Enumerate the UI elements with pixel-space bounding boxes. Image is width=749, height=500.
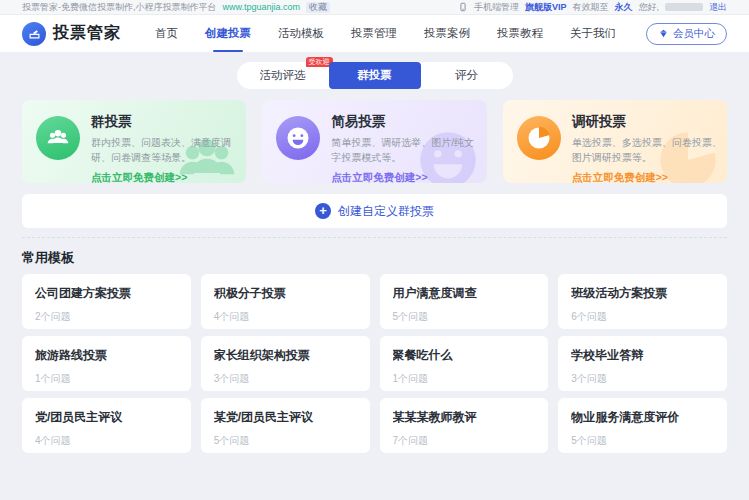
- plus-icon: +: [315, 203, 331, 219]
- templates-grid: 公司团建方案投票 2个问题 积极分子投票 4个问题 用户满意度调查 5个问题 班…: [0, 274, 749, 453]
- smiley-icon: [276, 116, 320, 160]
- template-question-count: 1个问题: [35, 372, 178, 386]
- member-center-button[interactable]: 会员中心: [646, 23, 727, 45]
- tab-activity-selection[interactable]: 活动评选 受欢迎: [237, 62, 329, 89]
- group-people-icon: [36, 116, 80, 160]
- logout-link[interactable]: 退出: [709, 1, 727, 14]
- template-card[interactable]: 某党/团员民主评议 5个问题: [201, 398, 370, 453]
- template-title: 党/团员民主评议: [35, 409, 178, 426]
- template-title: 用户满意度调查: [393, 285, 536, 302]
- template-card[interactable]: 用户满意度调查 5个问题: [380, 274, 549, 329]
- promo-create-link[interactable]: 点击立即免费创建>>: [331, 171, 483, 183]
- promo-title: 简易投票: [331, 113, 483, 131]
- template-title: 积极分子投票: [214, 285, 357, 302]
- template-title: 旅游路线投票: [35, 347, 178, 364]
- tab-rating-label: 评分: [455, 69, 478, 81]
- template-title: 聚餐吃什么: [393, 347, 536, 364]
- template-title: 某党/团员民主评议: [214, 409, 357, 426]
- nav-item-cases[interactable]: 投票案例: [424, 26, 470, 41]
- template-question-count: 2个问题: [35, 310, 178, 324]
- template-card[interactable]: 公司团建方案投票 2个问题: [22, 274, 191, 329]
- tab-activity-selection-label: 活动评选: [260, 69, 306, 81]
- template-title: 家长组织架构投票: [214, 347, 357, 364]
- template-question-count: 7个问题: [393, 434, 536, 448]
- member-center-label: 会员中心: [673, 27, 715, 41]
- promo-card-group-vote[interactable]: 群投票 群内投票、问题表决、满意度调研、问卷调查等场景。 点击立即免费创建>>: [22, 100, 246, 183]
- greeting-label: 您好,: [638, 1, 659, 14]
- site-tagline: 投票管家-免费微信投票制作,小程序投票制作平台: [22, 1, 217, 14]
- username-redacted: [665, 3, 703, 11]
- valid-until-label: 有效期至: [572, 1, 608, 14]
- template-card[interactable]: 旅游路线投票 1个问题: [22, 336, 191, 391]
- template-question-count: 4个问题: [35, 434, 178, 448]
- template-title: 物业服务满意度评价: [571, 409, 714, 426]
- vip-badge: 旗舰版VIP: [525, 1, 567, 14]
- promo-desc: 群内投票、问题表决、满意度调研、问卷调查等场景。: [91, 135, 243, 165]
- template-question-count: 1个问题: [393, 372, 536, 386]
- utility-bar: 投票管家-免费微信投票制作,小程序投票制作平台 www.tpguanjia.co…: [0, 0, 749, 15]
- template-question-count: 5个问题: [393, 310, 536, 324]
- phone-icon: [458, 2, 468, 12]
- template-question-count: 4个问题: [214, 310, 357, 324]
- templates-heading: 常用模板: [22, 249, 727, 267]
- vote-type-tabs: 活动评选 受欢迎 群投票 评分: [237, 62, 513, 89]
- brand-logo[interactable]: 投票管家: [22, 22, 121, 46]
- pie-chart-icon: [517, 116, 561, 160]
- dashed-divider: [22, 237, 727, 238]
- nav-item-vote-manage[interactable]: 投票管理: [351, 26, 397, 41]
- promo-cards-row: 群投票 群内投票、问题表决、满意度调研、问卷调查等场景。 点击立即免费创建>> …: [0, 100, 749, 183]
- template-card[interactable]: 物业服务满意度评价 5个问题: [558, 398, 727, 453]
- template-title: 某某某教师教评: [393, 409, 536, 426]
- promo-title: 群投票: [91, 113, 243, 131]
- template-question-count: 5个问题: [214, 434, 357, 448]
- favorite-link[interactable]: 收藏: [306, 2, 330, 13]
- template-card[interactable]: 某某某教师教评 7个问题: [380, 398, 549, 453]
- validity-value: 永久: [614, 1, 632, 14]
- nav-item-home[interactable]: 首页: [155, 26, 178, 41]
- brand-name: 投票管家: [53, 23, 121, 44]
- template-card[interactable]: 积极分子投票 4个问题: [201, 274, 370, 329]
- promo-title: 调研投票: [572, 113, 724, 131]
- create-custom-label: 创建自定义群投票: [338, 203, 434, 220]
- promo-card-simple-vote[interactable]: 简易投票 简单投票、调研选举、图片/纯文字投票模式等。 点击立即免费创建>>: [262, 100, 486, 183]
- create-custom-group-vote-button[interactable]: + 创建自定义群投票: [22, 194, 727, 228]
- template-card[interactable]: 党/团员民主评议 4个问题: [22, 398, 191, 453]
- tab-rating[interactable]: 评分: [421, 62, 513, 89]
- template-question-count: 3个问题: [571, 372, 714, 386]
- nav-item-about[interactable]: 关于我们: [570, 26, 616, 41]
- promo-desc: 单选投票、多选投票、问卷投票、图片调研投票等。: [572, 135, 724, 165]
- nav-item-templates[interactable]: 活动模板: [278, 26, 324, 41]
- mobile-manage-link[interactable]: 手机端管理: [474, 1, 519, 14]
- promo-create-link[interactable]: 点击立即免费创建>>: [572, 171, 724, 183]
- tab-group-vote[interactable]: 群投票: [329, 62, 421, 89]
- template-card[interactable]: 聚餐吃什么 1个问题: [380, 336, 549, 391]
- nav-menu: 首页 创建投票 活动模板 投票管理 投票案例 投票教程 关于我们: [155, 26, 616, 41]
- promo-create-link[interactable]: 点击立即免费创建>>: [91, 171, 243, 183]
- template-card[interactable]: 班级活动方案投票 6个问题: [558, 274, 727, 329]
- template-question-count: 5个问题: [571, 434, 714, 448]
- template-question-count: 3个问题: [214, 372, 357, 386]
- tab-group-vote-label: 群投票: [357, 69, 392, 81]
- template-card[interactable]: 学校毕业答辩 3个问题: [558, 336, 727, 391]
- nav-item-tutorials[interactable]: 投票教程: [497, 26, 543, 41]
- main-navbar: 投票管家 首页 创建投票 活动模板 投票管理 投票案例 投票教程 关于我们 会员…: [0, 15, 749, 52]
- vip-diamond-icon: [658, 28, 669, 39]
- template-question-count: 6个问题: [571, 310, 714, 324]
- site-url-link[interactable]: www.tpguanjia.com: [223, 2, 301, 12]
- promo-desc: 简单投票、调研选举、图片/纯文字投票模式等。: [331, 135, 483, 165]
- template-card[interactable]: 家长组织架构投票 3个问题: [201, 336, 370, 391]
- promo-card-survey-vote[interactable]: 调研投票 单选投票、多选投票、问卷投票、图片调研投票等。 点击立即免费创建>>: [503, 100, 727, 183]
- ballot-box-icon: [22, 22, 46, 46]
- template-title: 学校毕业答辩: [571, 347, 714, 364]
- template-title: 公司团建方案投票: [35, 285, 178, 302]
- template-title: 班级活动方案投票: [571, 285, 714, 302]
- nav-item-create-vote[interactable]: 创建投票: [205, 26, 251, 41]
